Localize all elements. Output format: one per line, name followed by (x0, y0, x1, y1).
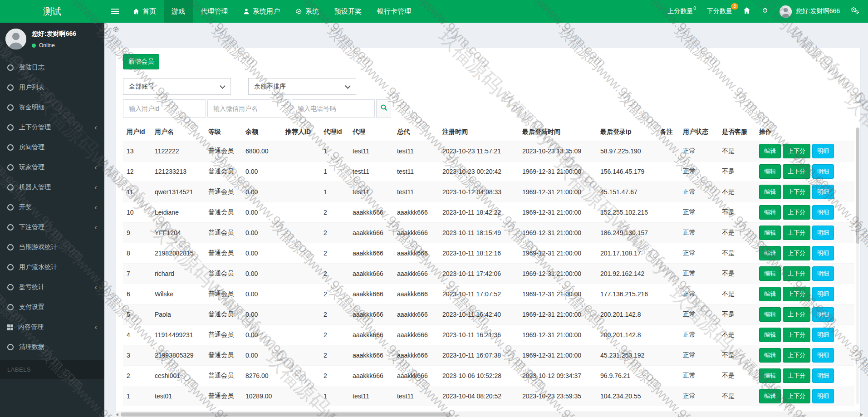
sidebar-user-panel: 您好:发财啊666 Online (0, 23, 104, 54)
chevron-left-icon: ‹ (94, 325, 97, 329)
scroll-left-arrow-icon[interactable] (116, 413, 118, 417)
detail-button[interactable]: 明细 (812, 144, 834, 158)
sidebar-item-funds-detail[interactable]: 资金明细 (0, 98, 104, 118)
nav-item-home[interactable]: 首页 (125, 0, 164, 23)
nav-item-bank-card-management[interactable]: 银行卡管理 (369, 0, 419, 23)
nav-item-system-users[interactable]: 系统用户 (235, 0, 288, 23)
sidebar-item-current-game-stats[interactable]: 当期游戏统计 (0, 237, 104, 257)
detail-button[interactable]: 明细 (812, 246, 834, 260)
cogs-icon (851, 7, 859, 16)
edit-button[interactable]: 编辑 (759, 266, 781, 281)
nav-item-preset-lottery[interactable]: 预设开奖 (327, 0, 369, 23)
detail-button[interactable]: 明细 (812, 328, 834, 342)
detail-button[interactable]: 明细 (812, 185, 834, 199)
sidebar-item-login-logs[interactable]: 登陆日志 (0, 58, 104, 78)
edit-button[interactable]: 编辑 (759, 246, 781, 260)
sidebar-item-user-flow-stats[interactable]: 用户流水统计 (0, 257, 104, 277)
refresh-button[interactable] (761, 7, 769, 16)
table-cell: 0.00 (242, 284, 282, 304)
account-filter-select[interactable]: 全部账号 (123, 78, 231, 95)
edit-button[interactable]: 编辑 (759, 185, 781, 199)
edit-button[interactable]: 编辑 (759, 164, 781, 179)
vertical-scrollbar[interactable] (856, 128, 859, 404)
down-points-link[interactable]: 下分数量3 (707, 7, 732, 15)
sidebar-item-content-management[interactable]: 内容管理‹ (0, 317, 104, 337)
table-cell: 普通会员 (205, 366, 242, 386)
horizontal-scrollbar[interactable] (114, 412, 864, 417)
points-button[interactable]: 上下分 (783, 226, 810, 240)
table-cell (657, 223, 679, 243)
points-button[interactable]: 上下分 (783, 144, 810, 158)
table-cell (657, 162, 679, 182)
balance-sort-select[interactable]: 余额不排序 (248, 78, 356, 95)
detail-button[interactable]: 明细 (812, 205, 834, 220)
table-actions-cell: 编辑上下分明细 (755, 141, 854, 162)
edit-button[interactable]: 编辑 (759, 287, 781, 301)
points-button[interactable]: 上下分 (783, 287, 810, 301)
sidebar-item-label: 当期游戏统计 (19, 243, 57, 251)
chevron-left-icon: ‹ (94, 185, 97, 190)
scrollbar-thumb[interactable] (856, 128, 859, 244)
detail-button[interactable]: 明细 (812, 287, 834, 301)
sidebar-item-lottery[interactable]: 开奖‹ (0, 197, 104, 217)
points-button[interactable]: 上下分 (783, 185, 810, 199)
edit-button[interactable]: 编辑 (759, 307, 781, 322)
add-member-button[interactable]: 新增会员 (123, 54, 159, 69)
user-menu[interactable]: 您好:发财啊666 (780, 5, 840, 18)
brand[interactable]: 测试 (0, 0, 104, 23)
table-cell: test11 (393, 141, 439, 162)
table-cell: 2023-10-11 16:21:36 (439, 325, 519, 345)
sidebar-item-bet-management[interactable]: 下注管理‹ (0, 217, 104, 237)
gear-icon[interactable] (113, 26, 119, 34)
sidebar-item-points-management[interactable]: 上下分管理‹ (0, 118, 104, 137)
nav-item-agent-management[interactable]: 代理管理 (193, 0, 235, 23)
table-cell: aaakkk666 (393, 202, 439, 223)
home-button[interactable] (743, 7, 750, 16)
points-button[interactable]: 上下分 (783, 307, 810, 322)
detail-button[interactable]: 明细 (812, 368, 834, 383)
settings-button[interactable] (851, 7, 859, 16)
points-button[interactable]: 上下分 (783, 348, 810, 363)
points-button[interactable]: 上下分 (783, 266, 810, 281)
detail-button[interactable]: 明细 (812, 226, 834, 240)
sidebar-item-user-list[interactable]: 用户列表 (0, 78, 104, 98)
wechat-name-input[interactable] (207, 99, 290, 118)
user-id-input[interactable] (123, 99, 206, 118)
detail-button[interactable]: 明细 (812, 389, 834, 403)
scrollbar-thumb[interactable] (121, 412, 451, 417)
edit-button[interactable]: 编辑 (759, 389, 781, 403)
edit-button[interactable]: 编辑 (759, 368, 781, 383)
scroll-right-arrow-icon[interactable] (860, 413, 863, 417)
edit-button[interactable]: 编辑 (759, 226, 781, 240)
points-button[interactable]: 上下分 (783, 328, 810, 342)
nav-item-system[interactable]: 系统 (288, 0, 327, 23)
points-button[interactable]: 上下分 (783, 368, 810, 383)
points-button[interactable]: 上下分 (783, 205, 810, 220)
points-button[interactable]: 上下分 (783, 389, 810, 403)
phone-input[interactable] (292, 99, 375, 118)
edit-button[interactable]: 编辑 (759, 328, 781, 342)
nav-item-games[interactable]: 游戏 (164, 0, 193, 23)
detail-button[interactable]: 明细 (812, 164, 834, 179)
edit-button[interactable]: 编辑 (759, 348, 781, 363)
sidebar-item-clear-data[interactable]: 清理数据 (0, 337, 104, 357)
table-cell: 2023-10-11 16:42:40 (439, 304, 519, 325)
edit-button[interactable]: 编辑 (759, 144, 781, 158)
sidebar-item-room-management[interactable]: 房间管理 (0, 137, 104, 157)
detail-button[interactable]: 明细 (812, 348, 834, 363)
table-cell: 1 (320, 386, 349, 407)
table-cell: 普通会员 (205, 162, 242, 182)
search-button[interactable] (376, 99, 391, 118)
detail-button[interactable]: 明细 (812, 266, 834, 281)
sidebar-item-profit-stats[interactable]: 盈亏统计‹ (0, 277, 104, 297)
sidebar-item-robot-management[interactable]: 机器人管理‹ (0, 177, 104, 197)
sidebar-item-payment-settings[interactable]: 支付设置 (0, 297, 104, 317)
edit-button[interactable]: 编辑 (759, 205, 781, 220)
sidebar-toggle-button[interactable] (104, 0, 125, 23)
sidebar-item-player-management[interactable]: 玩家管理‹ (0, 157, 104, 177)
table-cell: 普通会员 (205, 264, 242, 284)
up-points-link[interactable]: 上分数量0 (667, 7, 696, 15)
points-button[interactable]: 上下分 (783, 164, 810, 179)
detail-button[interactable]: 明细 (812, 307, 834, 322)
points-button[interactable]: 上下分 (783, 246, 810, 260)
